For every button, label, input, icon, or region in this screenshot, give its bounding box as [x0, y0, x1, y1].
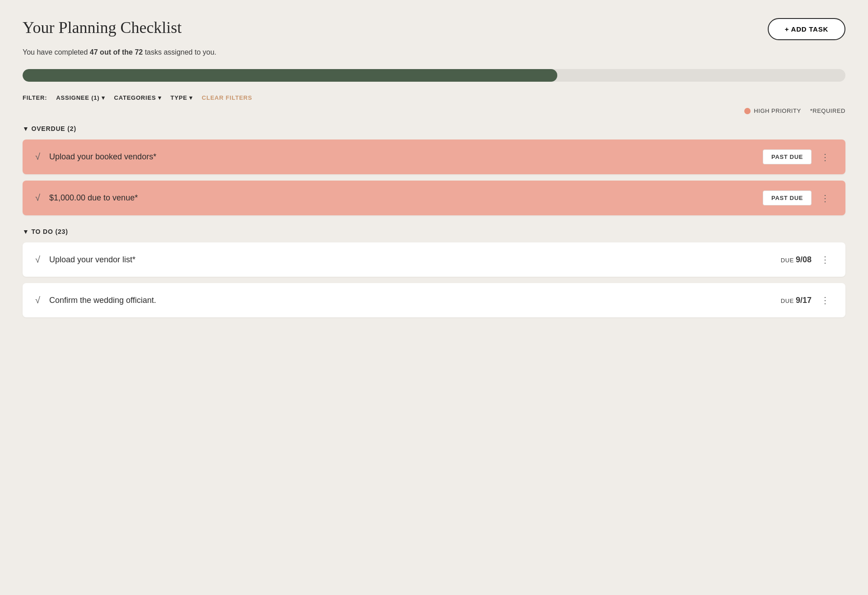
task-checkmark-4: √	[35, 295, 40, 306]
task-right-2: PAST DUE ⋮	[763, 191, 833, 205]
overdue-section-header[interactable]: ▼ OVERDUE (2)	[23, 125, 845, 132]
task-checkmark-1: √	[35, 152, 40, 162]
high-priority-legend: HIGH PRIORITY	[744, 107, 801, 114]
overdue-section-title: ▼ OVERDUE (2)	[23, 125, 76, 132]
filter-row: FILTER: ASSIGNEE (1) ▾ CATEGORIES ▾ TYPE…	[23, 94, 845, 101]
task-title-3: Upload your vendor list*	[49, 255, 135, 265]
add-task-button[interactable]: + ADD TASK	[768, 18, 845, 40]
overdue-task-1: √ Upload your booked vendors* PAST DUE ⋮	[23, 139, 845, 174]
progress-bar-fill	[23, 69, 557, 82]
due-label-4: DUE	[781, 298, 796, 304]
task-menu-button-2[interactable]: ⋮	[818, 191, 833, 205]
todo-task-2: √ Confirm the wedding officiant. DUE 9/1…	[23, 283, 845, 317]
high-priority-label: HIGH PRIORITY	[754, 107, 801, 114]
task-right-4: DUE 9/17 ⋮	[781, 293, 833, 307]
completion-subtitle: You have completed 47 out of the 72 task…	[23, 48, 845, 56]
todo-task-1: √ Upload your vendor list* DUE 9/08 ⋮	[23, 242, 845, 277]
subtitle-prefix: You have completed	[23, 48, 90, 56]
task-menu-button-1[interactable]: ⋮	[818, 150, 833, 164]
due-label-3: DUE	[781, 257, 796, 264]
task-checkmark-2: √	[35, 193, 40, 203]
assignee-filter-button[interactable]: ASSIGNEE (1) ▾	[56, 94, 105, 101]
subtitle-completed: 47 out of the 72	[90, 48, 143, 56]
due-date-4: DUE 9/17	[781, 296, 812, 305]
task-title-1: Upload your booked vendors*	[49, 152, 156, 162]
due-date-3: DUE 9/08	[781, 255, 812, 265]
required-label: *REQUIRED	[810, 107, 845, 114]
task-menu-button-3[interactable]: ⋮	[818, 252, 833, 267]
task-title-2: $1,000.00 due to venue*	[49, 193, 138, 203]
page-header: Your Planning Checklist + ADD TASK	[23, 18, 845, 40]
type-filter-button[interactable]: TYPE ▾	[171, 94, 193, 101]
task-right-3: DUE 9/08 ⋮	[781, 252, 833, 267]
page-title: Your Planning Checklist	[23, 18, 182, 37]
subtitle-suffix: tasks assigned to you.	[143, 48, 216, 56]
clear-filters-button[interactable]: CLEAR FILTERS	[202, 94, 252, 101]
todo-section: ▼ TO DO (23) √ Upload your vendor list* …	[23, 228, 845, 317]
overdue-section: ▼ OVERDUE (2) √ Upload your booked vendo…	[23, 125, 845, 215]
task-title-4: Confirm the wedding officiant.	[49, 296, 156, 305]
categories-filter-button[interactable]: CATEGORIES ▾	[114, 94, 162, 101]
task-left-1: √ Upload your booked vendors*	[35, 152, 156, 162]
task-left-2: √ $1,000.00 due to venue*	[35, 193, 138, 203]
todo-section-header[interactable]: ▼ TO DO (23)	[23, 228, 845, 235]
past-due-button-1[interactable]: PAST DUE	[763, 149, 812, 164]
task-right-1: PAST DUE ⋮	[763, 149, 833, 164]
due-value-3: 9/08	[796, 255, 812, 264]
filter-label: FILTER:	[23, 94, 47, 101]
task-checkmark-3: √	[35, 255, 40, 265]
task-left-4: √ Confirm the wedding officiant.	[35, 295, 156, 306]
progress-bar-container	[23, 69, 845, 82]
todo-section-title: ▼ TO DO (23)	[23, 228, 68, 235]
task-left-3: √ Upload your vendor list*	[35, 255, 135, 265]
overdue-task-2: √ $1,000.00 due to venue* PAST DUE ⋮	[23, 181, 845, 215]
task-menu-button-4[interactable]: ⋮	[818, 293, 833, 307]
past-due-button-2[interactable]: PAST DUE	[763, 191, 812, 205]
high-priority-dot	[744, 108, 751, 114]
due-value-4: 9/17	[796, 296, 812, 305]
legend-row: HIGH PRIORITY *REQUIRED	[23, 107, 845, 114]
